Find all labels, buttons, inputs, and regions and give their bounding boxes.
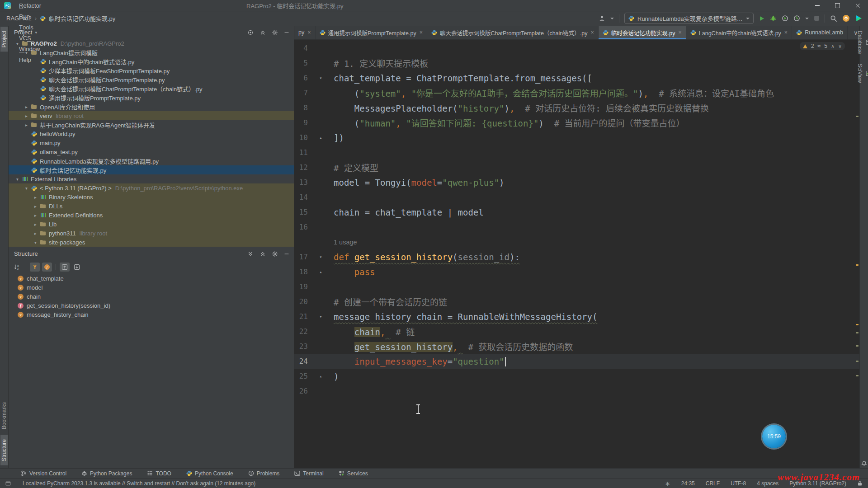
sort-alphabetically-button[interactable]: az (12, 263, 22, 272)
inspections-widget[interactable]: 2 ≈ 5 ∧ ∨ (800, 42, 845, 50)
tab-close-icon[interactable]: × (591, 29, 594, 36)
line-number[interactable]: 18 (294, 267, 308, 276)
tree-chevron-icon[interactable]: ▸ (32, 231, 39, 236)
line-ending-widget[interactable]: CRLF (706, 480, 720, 487)
line-number[interactable]: 20 (294, 297, 308, 306)
encoding-widget[interactable]: UTF-8 (731, 480, 746, 487)
code-editor[interactable]: 45# 1. 定义聊天提示模板6▾chat_template = ChatPro… (294, 40, 860, 468)
menu-item-help[interactable]: Help (15, 54, 46, 65)
code-line[interactable]: 23 get_session_history, # 获取会话历史数据的函数 (294, 339, 860, 354)
code-line[interactable]: 18▴ pass (294, 264, 860, 279)
code-line[interactable]: 25▴) (294, 369, 860, 384)
line-number[interactable]: 23 (294, 342, 308, 351)
code-line[interactable]: 8 MessagesPlaceholder("history"), # 对话历史… (294, 100, 860, 115)
run-button[interactable] (759, 15, 765, 22)
code-line[interactable]: 14 (294, 190, 860, 205)
code-line[interactable]: 17▾def get_session_history(session_id): (294, 249, 860, 264)
close-button[interactable] (848, 0, 868, 11)
tree-chevron-icon[interactable]: ▸ (32, 204, 39, 209)
stripe-mark[interactable] (856, 324, 859, 325)
hide-panel-icon[interactable] (284, 251, 289, 257)
project-tree-item[interactable]: ▸Extended Definitions (8, 211, 294, 220)
fold-marker-icon[interactable]: ▾ (308, 254, 334, 259)
line-number[interactable]: 26 (294, 387, 308, 395)
project-tree-item[interactable]: 聊天会话提示词模版ChatPromptTemplate（chain链式）.py (8, 84, 294, 93)
code-line[interactable]: 22 chain, # 链 (294, 324, 860, 339)
project-tree-item[interactable]: 少样本提示词模板FewShotPromptTemplate.py (8, 66, 294, 75)
project-tree-item[interactable]: LangChain中的chain链式语法.py (8, 57, 294, 66)
menu-item-window[interactable]: Window (15, 43, 46, 54)
line-number[interactable]: 15 (294, 208, 308, 216)
project-tree-item[interactable]: ▸python311library root (8, 229, 294, 238)
error-stripe[interactable] (855, 40, 859, 468)
stripe-button-structure[interactable]: Structure (0, 435, 8, 465)
tab-close-icon[interactable]: × (307, 29, 311, 36)
project-tree-item[interactable]: 临时会话记忆功能实现.py (8, 165, 294, 174)
line-number[interactable]: 9 (294, 118, 308, 127)
line-number[interactable]: 5 (294, 59, 308, 67)
show-functions-button[interactable]: f (42, 263, 52, 272)
collapse-all-icon[interactable] (259, 29, 266, 36)
project-tree-item[interactable]: ▸Lib (8, 220, 294, 229)
select-opened-file-icon[interactable] (247, 29, 254, 36)
tree-chevron-icon[interactable]: ▸ (32, 213, 39, 218)
tree-chevron-icon[interactable]: ▸ (32, 222, 39, 227)
tab-close-icon[interactable]: × (420, 29, 423, 36)
project-tree-item[interactable]: ▾External Libraries (8, 174, 294, 183)
line-number[interactable]: 6 (294, 74, 308, 82)
project-tree-item[interactable]: ollama_test.py (8, 147, 294, 156)
line-number[interactable]: 17 (294, 253, 308, 261)
structure-item[interactable]: vmodel (8, 283, 294, 292)
settings-gear-icon[interactable] (272, 251, 278, 257)
line-number[interactable]: 4 (294, 44, 308, 52)
stripe-button-database[interactable]: Database (856, 27, 868, 58)
code-line[interactable]: 10▴]) (294, 130, 860, 145)
toolwindow-button-todo[interactable]: TODO (147, 470, 171, 477)
tree-chevron-icon[interactable]: ▸ (23, 113, 30, 118)
toolwindow-button-python-console[interactable]: Python Console (186, 470, 233, 477)
toolwindow-button-python-packages[interactable]: Python Packages (81, 470, 132, 477)
structure-item[interactable]: vmessage_history_chain (8, 310, 294, 319)
minimize-button[interactable] (807, 0, 827, 11)
debug-button[interactable] (770, 15, 777, 22)
menu-item-vcs[interactable]: VCS (15, 33, 46, 43)
toolwindow-button-terminal[interactable]: Terminal (294, 470, 323, 477)
fold-marker-icon[interactable]: ▴ (308, 374, 334, 379)
stripe-mark[interactable] (856, 116, 859, 117)
run-configuration-select[interactable]: RunnableLambda实现复杂多模型链路调用 (624, 13, 754, 24)
project-tree-item[interactable]: 聊天会话提示词模版ChatPromptTemplate.py (8, 75, 294, 84)
line-number[interactable]: 13 (294, 178, 308, 187)
notifications-bell-icon[interactable] (861, 460, 867, 466)
toolwindow-button-version-control[interactable]: Version Control (21, 470, 66, 477)
line-number[interactable]: 10 (294, 133, 308, 142)
project-tree-item[interactable]: ▾site-packages (8, 238, 294, 247)
code-line[interactable]: 4 (294, 41, 860, 56)
collapse-all-icon[interactable] (259, 251, 266, 257)
tree-chevron-icon[interactable]: ▸ (32, 195, 39, 200)
project-tree-item[interactable]: ▸venvlibrary root (8, 111, 294, 120)
tree-chevron-icon[interactable]: ▾ (32, 240, 39, 245)
line-number[interactable]: 21 (294, 312, 308, 321)
user-profile-icon[interactable] (599, 15, 605, 22)
run-with-coverage-button[interactable] (793, 15, 800, 22)
tree-chevron-icon[interactable]: ▸ (23, 122, 30, 127)
editor-tab[interactable]: RunnableLamb (792, 26, 848, 39)
stripe-mark[interactable] (856, 345, 859, 347)
line-number[interactable]: 14 (294, 193, 308, 202)
fold-marker-icon[interactable]: ▴ (308, 135, 334, 140)
code-line[interactable]: 16 (294, 220, 860, 235)
project-tree-item[interactable]: helloWorld.py (8, 129, 294, 138)
project-tree-item[interactable]: ▾< Python 3.11 (RAGPro2) >D:\python_pro\… (8, 183, 294, 192)
project-tree-item[interactable]: ▸Binary Skeletons (8, 192, 294, 202)
tab-close-icon[interactable]: × (784, 29, 788, 36)
tree-chevron-icon[interactable]: ▸ (23, 104, 30, 109)
project-tree-item[interactable]: 通用提示词模版PromptTemplate.py (8, 93, 294, 102)
expand-all-icon[interactable] (247, 251, 254, 257)
structure-panel-title[interactable]: Structure (14, 250, 38, 257)
editor-tab[interactable]: 聊天会话提示词模版ChatPromptTemplate（chain链式）.py× (427, 26, 599, 39)
tool-window-layout-icon[interactable] (5, 481, 11, 486)
code-line[interactable]: 19 (294, 279, 860, 294)
stripe-mark[interactable] (856, 375, 859, 376)
stop-button[interactable] (814, 15, 820, 21)
editor-tab[interactable]: 通用提示词模版PromptTemplate.py× (316, 26, 428, 39)
